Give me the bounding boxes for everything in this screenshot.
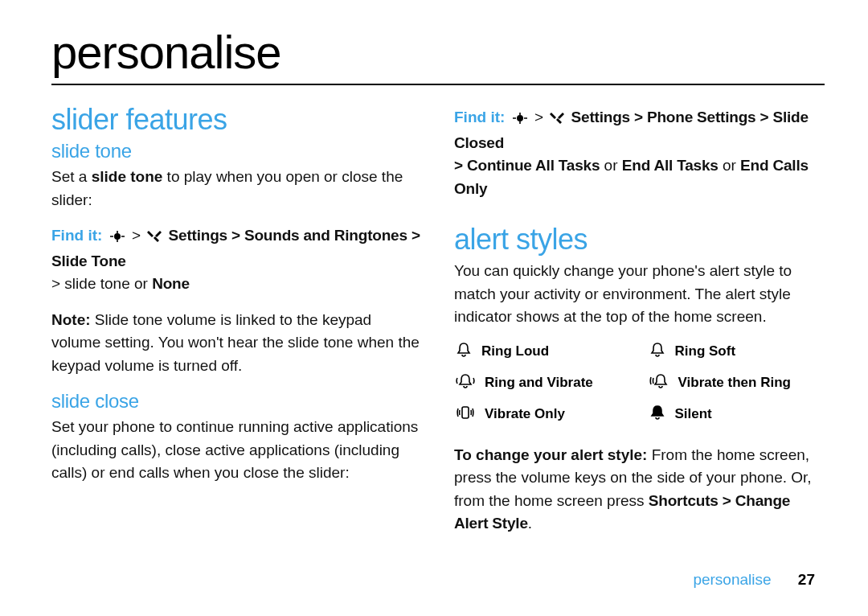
alert-silent: Silent: [648, 405, 825, 425]
page: personalise slider features slide tone S…: [0, 0, 868, 616]
subsection-slide-close: slide close: [51, 390, 422, 413]
center-key-icon: [511, 109, 529, 132]
text: Set a: [51, 168, 92, 185]
bold-text: To change your alert style:: [454, 446, 647, 463]
footer-section: personalise: [693, 571, 771, 588]
label: Vibrate then Ring: [678, 375, 791, 391]
label: Vibrate Only: [485, 406, 565, 422]
opt-b: End All Tasks: [622, 157, 719, 174]
or: or: [600, 157, 621, 174]
change-alert-style-text: To change your alert style: From the hom…: [454, 444, 825, 536]
findit-none: None: [152, 275, 190, 292]
left-column: slider features slide tone Set a slide t…: [51, 98, 422, 548]
footer-page-number: 27: [798, 571, 815, 588]
alert-styles-intro: You can quickly change your phone's aler…: [454, 260, 825, 329]
bell-outline-icon: [456, 342, 472, 362]
slide-tone-findit: Find it: > Settings > Sounds and Rington…: [51, 224, 422, 296]
label: Silent: [675, 406, 712, 422]
note-text: Slide tone volume is linked to the keypa…: [51, 311, 420, 374]
svg-rect-2: [462, 407, 469, 418]
sep: >: [534, 109, 543, 125]
bold-text: slide tone: [92, 168, 163, 185]
center-key-icon: [108, 227, 126, 250]
label: Ring Loud: [481, 343, 549, 359]
alert-vibrate-only: Vibrate Only: [454, 405, 632, 425]
opt-a: > Continue All Tasks: [454, 157, 600, 174]
text: or: [130, 275, 152, 292]
alert-style-grid: Ring Loud Ring Soft Ring and Vibrate: [454, 342, 825, 425]
sep: >: [132, 227, 141, 244]
or: or: [719, 157, 740, 174]
alert-ring-vibrate: Ring and Vibrate: [454, 373, 632, 393]
alert-vibrate-ring: Vibrate then Ring: [648, 373, 825, 393]
bell-outline-icon: [649, 342, 665, 362]
slide-tone-intro: Set a slide tone to play when you open o…: [51, 166, 422, 211]
alert-ring-soft: Ring Soft: [648, 342, 825, 362]
label: Ring and Vibrate: [485, 375, 593, 391]
tools-icon: [146, 227, 162, 250]
two-column-layout: slider features slide tone Set a slide t…: [51, 98, 825, 548]
note-label: Note:: [51, 311, 91, 328]
vibrate-bell-icon: [649, 373, 669, 393]
findit-path: Settings > Phone Settings > Slide Closed: [454, 109, 809, 151]
right-column: Find it: > Settings > Phone Settings > S…: [454, 98, 825, 548]
svg-point-1: [517, 116, 522, 121]
page-footer: personalise 27: [693, 571, 815, 589]
text: .: [528, 515, 532, 532]
slide-close-text: Set your phone to continue running activ…: [51, 416, 422, 485]
tools-icon: [549, 109, 565, 132]
findit-label: Find it:: [51, 227, 102, 244]
label: Ring Soft: [675, 343, 736, 359]
bell-vibrate-icon: [456, 373, 475, 393]
section-slider-features: slider features: [51, 103, 422, 137]
alert-ring-loud: Ring Loud: [454, 342, 632, 362]
findit-line2: > slide tone: [51, 275, 130, 292]
findit-path: Settings > Sounds and Ringtones > Slide …: [51, 227, 420, 269]
slide-tone-note: Note: Slide tone volume is linked to the…: [51, 309, 422, 378]
title-rule: [51, 84, 825, 85]
bell-silent-icon: [649, 405, 665, 425]
subsection-slide-tone: slide tone: [51, 140, 422, 162]
vibrate-icon: [456, 405, 475, 425]
page-title: personalise: [51, 29, 825, 76]
section-alert-styles: alert styles: [454, 223, 825, 257]
findit-label: Find it:: [454, 109, 505, 125]
svg-point-0: [114, 234, 119, 239]
slide-close-findit: Find it: > Settings > Phone Settings > S…: [454, 106, 825, 200]
